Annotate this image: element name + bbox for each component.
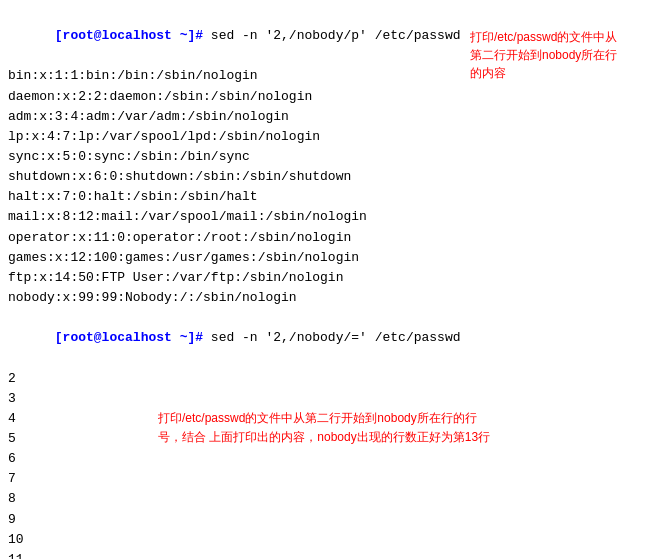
output-line-2-2: 3: [8, 389, 118, 409]
annotation-2: 打印/etc/passwd的文件中从第二行开始到nobody所在行的行号，结合 …: [158, 409, 498, 447]
output-line-1-12: nobody:x:99:99:Nobody:/:/sbin/nologin: [8, 288, 650, 308]
command-text-1: sed -n '2,/nobody/p' /etc/passwd: [203, 28, 460, 43]
output-line-1-11: ftp:x:14:50:FTP User:/var/ftp:/sbin/nolo…: [8, 268, 650, 288]
line-numbers-column: 2 3 4 5 6 7 8 9 10 11 12 13: [8, 369, 118, 559]
output-line-2-7: 8: [8, 489, 118, 509]
output-line-1-4: lp:x:4:7:lp:/var/spool/lpd:/sbin/nologin: [8, 127, 650, 147]
command-text-2: sed -n '2,/nobody/=' /etc/passwd: [203, 330, 460, 345]
output-line-1-2: daemon:x:2:2:daemon:/sbin:/sbin/nologin: [8, 87, 650, 107]
section-block-2: [root@localhost ~]# sed -n '2,/nobody/='…: [8, 308, 650, 559]
annotation-1: 打印/etc/passwd的文件中从 第二行开始到nobody所在行 的内容: [470, 28, 630, 82]
output-line-1-9: operator:x:11:0:operator:/root:/sbin/nol…: [8, 228, 650, 248]
output-line-2-5: 6: [8, 449, 118, 469]
command-line-2: [root@localhost ~]# sed -n '2,/nobody/='…: [8, 308, 650, 368]
output-line-1-10: games:x:12:100:games:/usr/games:/sbin/no…: [8, 248, 650, 268]
output-line-2-10: 11: [8, 550, 118, 559]
output-line-1-8: mail:x:8:12:mail:/var/spool/mail:/sbin/n…: [8, 207, 650, 227]
output-line-2-1: 2: [8, 369, 118, 389]
section-block-1: [root@localhost ~]# sed -n '2,/nobody/p'…: [8, 6, 650, 308]
annotation-2-container: 打印/etc/passwd的文件中从第二行开始到nobody所在行的行号，结合 …: [118, 369, 498, 559]
output-line-2-9: 10: [8, 530, 118, 550]
output-line-1-6: shutdown:x:6:0:shutdown:/sbin:/sbin/shut…: [8, 167, 650, 187]
terminal-window: [root@localhost ~]# sed -n '2,/nobody/p'…: [0, 0, 658, 559]
output-line-2-8: 9: [8, 510, 118, 530]
prompt-1: [root@localhost ~]#: [55, 28, 203, 43]
prompt-2: [root@localhost ~]#: [55, 330, 203, 345]
output-line-2-6: 7: [8, 469, 118, 489]
output-line-2-4: 5: [8, 429, 118, 449]
output-line-1-5: sync:x:5:0:sync:/sbin:/bin/sync: [8, 147, 650, 167]
output-line-2-3: 4: [8, 409, 118, 429]
output-line-1-7: halt:x:7:0:halt:/sbin:/sbin/halt: [8, 187, 650, 207]
output-line-1-3: adm:x:3:4:adm:/var/adm:/sbin/nologin: [8, 107, 650, 127]
